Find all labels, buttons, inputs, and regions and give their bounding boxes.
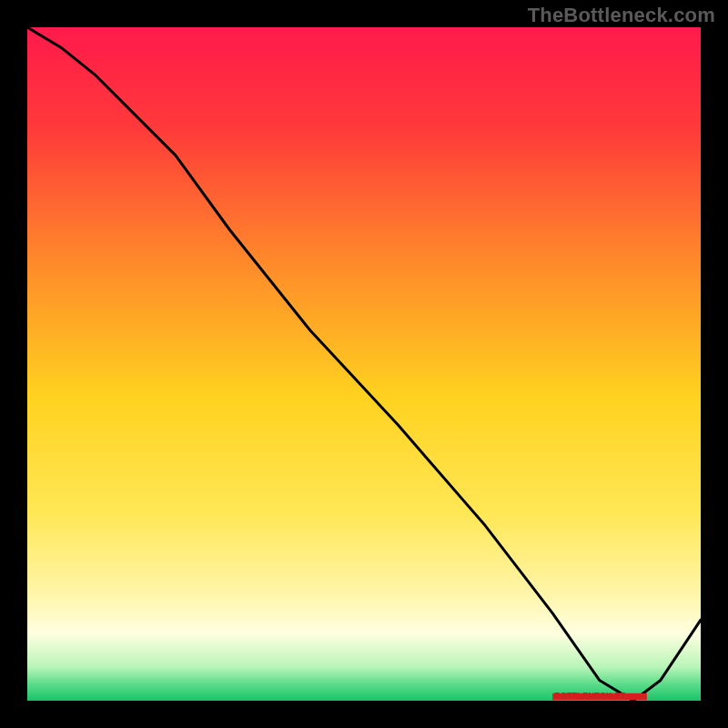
bottleneck-marker-label: BOTTLENECK PT — [554, 691, 625, 700]
attribution-text: TheBottleneck.com — [528, 4, 715, 27]
gradient-rect — [27, 27, 701, 701]
chart-frame: TheBottleneck.com BOTTLENECK PT — [0, 0, 728, 728]
plot-svg — [27, 27, 701, 701]
plot-area: BOTTLENECK PT — [27, 27, 701, 701]
